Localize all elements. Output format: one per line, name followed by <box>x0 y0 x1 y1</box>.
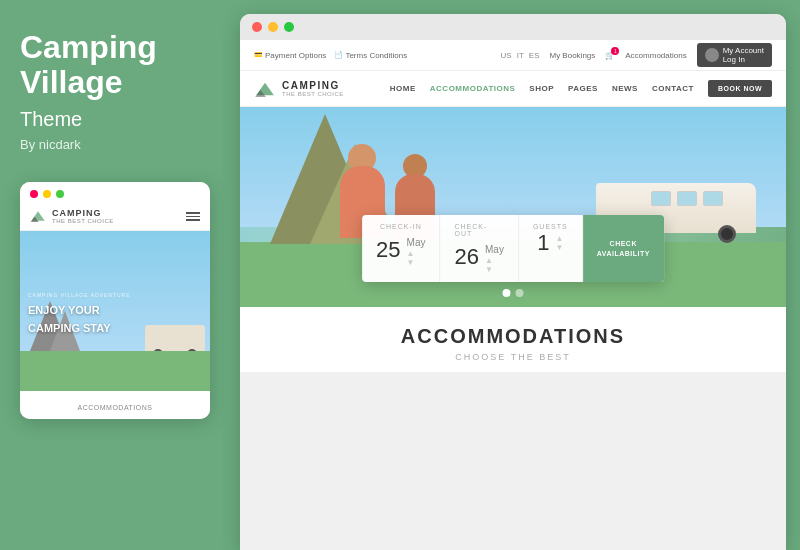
mobile-nav: CAMPING THE BEST CHOICE <box>20 202 210 231</box>
checkout-down[interactable]: ▼ <box>485 266 504 274</box>
accommodations-link[interactable]: Accommodations <box>625 51 686 60</box>
hamburger-menu[interactable] <box>186 212 200 221</box>
hero-dots <box>503 289 524 297</box>
lang-us[interactable]: US <box>501 51 512 60</box>
rv-window-1 <box>651 191 671 206</box>
mobile-dot-green <box>56 190 64 198</box>
account-text: My Account Log In <box>723 46 764 64</box>
guests-up[interactable]: ▲ <box>555 235 563 243</box>
checkin-field: CHECK-IN 25 May ▲ ▼ <box>362 215 440 282</box>
nav-shop[interactable]: SHOP <box>529 84 554 93</box>
checkin-month: May <box>407 237 426 248</box>
my-account-button[interactable]: My Account Log In <box>697 43 772 67</box>
checkin-widget: CHECK-IN 25 May ▲ ▼ CHECK-OUT 26 <box>362 215 664 282</box>
nav-contact[interactable]: CONTACT <box>652 84 694 93</box>
my-bookings-link[interactable]: My Bookings <box>549 51 595 60</box>
left-panel: Camping Village Theme By nicdark CAMPING… <box>0 0 240 550</box>
nav-news[interactable]: NEWS <box>612 84 638 93</box>
nav-home[interactable]: HOME <box>390 84 416 93</box>
terms-icon: 📄 <box>334 51 343 59</box>
site-logo-name: CAMPING <box>282 80 344 91</box>
browser-dot-red <box>252 22 262 32</box>
guests-value-row: 1 ▲ ▼ <box>537 232 563 254</box>
mobile-adventure-label: CAMPING VILLAGE ADVENTURE <box>28 292 131 298</box>
rv-window-2 <box>677 191 697 206</box>
checkout-arrows: ▲ ▼ <box>485 257 504 274</box>
checkin-label: CHECK-IN <box>380 223 422 230</box>
mobile-bottom-bar: ACCOMMODATIONS <box>20 391 210 419</box>
mobile-dot-yellow <box>43 190 51 198</box>
checkout-label: CHECK-OUT <box>455 223 504 237</box>
nav-accommodations[interactable]: ACCOMMODATIONS <box>430 84 516 93</box>
nav-pages[interactable]: PAGES <box>568 84 598 93</box>
hamburger-line-1 <box>186 212 200 214</box>
mobile-hero-text: CAMPING VILLAGE ADVENTURE ENJOY YOUR CAM… <box>28 292 131 336</box>
theme-subtitle: Theme <box>20 108 220 131</box>
checkout-value-row: 26 May ▲ ▼ <box>455 239 504 274</box>
mobile-titlebar <box>20 182 210 202</box>
mobile-bottom-text: ACCOMMODATIONS <box>78 404 153 411</box>
account-avatar <box>705 48 719 62</box>
checkout-field: CHECK-OUT 26 May ▲ ▼ <box>441 215 519 282</box>
hero-dot-1[interactable] <box>503 289 511 297</box>
checkout-month: May <box>485 244 504 255</box>
guests-label: GUESTS <box>533 223 568 230</box>
browser-titlebar <box>240 14 786 40</box>
guests-field: GUESTS 1 ▲ ▼ <box>519 215 583 282</box>
browser-window: 💳 Payment Options 📄 Terms Conditions US … <box>240 14 786 550</box>
site-navbar: CAMPING THE BEST CHOICE HOME ACCOMMODATI… <box>240 71 786 107</box>
checkin-month-arrows: May ▲ ▼ <box>407 232 426 267</box>
checkin-day: 25 <box>376 239 400 261</box>
site-logo-name-block: CAMPING THE BEST CHOICE <box>282 80 344 97</box>
site-nav-links: HOME ACCOMMODATIONS SHOP PAGES NEWS CONT… <box>390 80 772 97</box>
hamburger-line-3 <box>186 219 200 221</box>
hamburger-line-2 <box>186 216 200 218</box>
guests-down[interactable]: ▼ <box>555 244 563 252</box>
mobile-grass <box>20 351 210 391</box>
guests-count: 1 <box>537 232 549 254</box>
checkout-month-arrows: May ▲ ▼ <box>485 239 504 274</box>
book-now-button[interactable]: BOOK NOW <box>708 80 772 97</box>
theme-title: Camping Village <box>20 30 220 100</box>
topbar-left: 💳 Payment Options 📄 Terms Conditions <box>254 51 407 60</box>
cart-count: 1 <box>611 47 619 55</box>
topbar-payment[interactable]: 💳 Payment Options <box>254 51 326 60</box>
site-topbar: 💳 Payment Options 📄 Terms Conditions US … <box>240 40 786 71</box>
mobile-logo-icon <box>30 210 46 222</box>
lang-es[interactable]: ES <box>529 51 540 60</box>
lang-it[interactable]: IT <box>517 51 524 60</box>
guests-arrows: ▲ ▼ <box>555 235 563 252</box>
topbar-langs: US IT ES <box>501 51 540 60</box>
checkin-up[interactable]: ▲ <box>407 250 426 258</box>
mobile-rv <box>145 325 205 353</box>
checkin-value-row: 25 May ▲ ▼ <box>376 232 425 267</box>
topbar-terms[interactable]: 📄 Terms Conditions <box>334 51 407 60</box>
topbar-right: US IT ES My Bookings 🛒 1 Accommodations … <box>501 43 772 67</box>
checkout-day: 26 <box>455 246 479 268</box>
site-hero: CHECK-IN 25 May ▲ ▼ CHECK-OUT 26 <box>240 107 786 307</box>
payment-icon: 💳 <box>254 51 263 59</box>
mobile-logo-name: CAMPING <box>52 208 114 218</box>
browser-dot-yellow <box>268 22 278 32</box>
mobile-logo-tagline: THE BEST CHOICE <box>52 218 114 224</box>
rv-windows <box>651 191 723 206</box>
checkin-arrows: ▲ ▼ <box>407 250 426 267</box>
hero-dot-2[interactable] <box>516 289 524 297</box>
theme-author: By nicdark <box>20 137 220 152</box>
cart-icon[interactable]: 🛒 1 <box>605 51 615 60</box>
mobile-dot-red <box>30 190 38 198</box>
check-availability-button[interactable]: CHECKAVAILABILITY <box>583 215 664 282</box>
checkin-down[interactable]: ▼ <box>407 259 426 267</box>
mobile-preview-card: CAMPING THE BEST CHOICE CAMPING VILLAGE … <box>20 182 210 419</box>
browser-dot-green <box>284 22 294 32</box>
site-logo-icon <box>254 81 276 97</box>
accommodations-subtitle: CHOOSE THE BEST <box>240 352 786 362</box>
rv-window-3 <box>703 191 723 206</box>
checkout-up[interactable]: ▲ <box>485 257 504 265</box>
mobile-enjoy-text: ENJOY YOUR CAMPING STAY <box>28 304 111 334</box>
site-logo: CAMPING THE BEST CHOICE <box>254 80 344 97</box>
site-logo-tagline: THE BEST CHOICE <box>282 91 344 97</box>
mobile-hero: CAMPING VILLAGE ADVENTURE ENJOY YOUR CAM… <box>20 231 210 391</box>
accommodations-section: ACCOMMODATIONS CHOOSE THE BEST <box>240 307 786 372</box>
rv-wheel-right <box>718 225 736 243</box>
